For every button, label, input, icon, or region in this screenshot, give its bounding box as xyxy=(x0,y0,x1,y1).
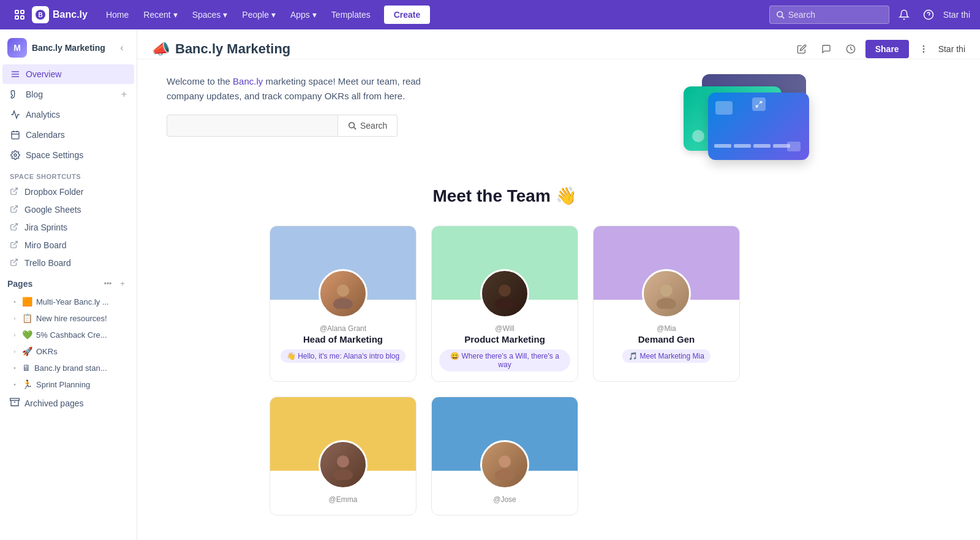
svg-point-26 xyxy=(923,46,924,47)
link-will[interactable]: 😄 Where there's a Will, there's a way xyxy=(439,349,570,371)
handle-emma: @Emma xyxy=(277,495,409,504)
sidebar-item-overview[interactable]: Overview xyxy=(2,64,134,84)
share-button[interactable]: Share xyxy=(865,40,909,58)
nav-home[interactable]: Home xyxy=(100,6,135,23)
role-will: Product Marketing xyxy=(439,334,570,344)
page-item-p6[interactable]: • 🏃 Sprint Planning xyxy=(2,376,134,392)
app-logo[interactable]: B Banc.ly xyxy=(32,6,88,23)
pages-add-btn[interactable]: + xyxy=(116,277,129,291)
nav-right-section: Search Star thi xyxy=(769,5,970,25)
svg-text:B: B xyxy=(38,12,42,18)
svg-rect-1 xyxy=(21,10,24,13)
star-this-label[interactable]: Star thi xyxy=(943,10,970,20)
pages-section-header: Pages ••• + xyxy=(0,272,137,293)
shortcut-jira[interactable]: Jira Sprints xyxy=(2,219,134,236)
welcome-paragraph: Welcome to the Banc.ly marketing space! … xyxy=(167,74,424,104)
card-chip xyxy=(715,101,733,115)
nav-recent[interactable]: Recent ▾ xyxy=(137,6,183,23)
archive-icon xyxy=(10,397,20,409)
page-search-input[interactable] xyxy=(167,115,338,137)
svg-point-33 xyxy=(337,284,349,297)
watch-icon[interactable] xyxy=(841,39,861,59)
external-link-icon-4 xyxy=(10,240,20,250)
page-item-p4[interactable]: › 🚀 OKRs xyxy=(2,343,134,359)
sidebar-item-space-settings[interactable]: Space Settings xyxy=(2,145,134,165)
sidebar-item-analytics[interactable]: Analytics xyxy=(2,105,134,124)
link-mia[interactable]: 🎵 Meet Marketing Mia xyxy=(622,349,710,363)
svg-point-36 xyxy=(495,298,514,309)
svg-line-20 xyxy=(13,224,17,227)
external-link-icon-2 xyxy=(10,205,20,215)
comment-icon[interactable] xyxy=(816,39,836,59)
svg-point-27 xyxy=(923,48,924,49)
page-chevron-p2: › xyxy=(10,313,20,323)
create-button[interactable]: Create xyxy=(384,6,431,24)
svg-point-41 xyxy=(499,455,511,468)
nav-apps[interactable]: Apps ▾ xyxy=(284,6,323,23)
shortcut-trello[interactable]: Trello Board xyxy=(2,254,134,272)
page-title-area: 📣 Banc.ly Marketing xyxy=(152,40,290,58)
page-search-button[interactable]: Search xyxy=(338,115,398,137)
sidebar-header: M Banc.ly Marketing ‹ xyxy=(0,29,137,64)
analytics-icon xyxy=(10,109,21,120)
team-card-alana: @Alana Grant Head of Marketing 👋 Hello, … xyxy=(270,226,417,382)
sidebar-collapse-button[interactable]: ‹ xyxy=(115,40,129,55)
team-grid-row1: @Alana Grant Head of Marketing 👋 Hello, … xyxy=(167,226,843,382)
workspace-logo: M xyxy=(7,38,27,58)
shortcut-dropbox[interactable]: Dropbox Folder xyxy=(2,183,134,200)
card-bg-emma xyxy=(270,397,416,471)
svg-line-7 xyxy=(782,17,784,19)
page-item-p2[interactable]: › 📋 New hire resources! xyxy=(2,310,134,326)
team-grid-row2: @Emma @Jose xyxy=(167,397,843,515)
team-card-jose: @Jose xyxy=(431,397,578,515)
welcome-section: Welcome to the Banc.ly marketing space! … xyxy=(167,74,843,166)
svg-rect-2 xyxy=(15,16,18,19)
link-alana[interactable]: 👋 Hello, it's me: Alana's intro blog xyxy=(281,349,405,363)
avatar-alana xyxy=(318,269,368,318)
archived-pages-item[interactable]: Archived pages xyxy=(2,393,134,413)
sidebar-item-blog[interactable]: Blog + xyxy=(2,85,134,104)
nav-links: Home Recent ▾ Spaces ▾ People ▾ Apps ▾ T… xyxy=(100,6,767,24)
page-chevron-p3: › xyxy=(10,330,20,340)
card-bg-mia xyxy=(594,226,739,300)
more-options-button[interactable] xyxy=(914,39,933,59)
page-item-p3[interactable]: › 💚 5% Cashback Cre... xyxy=(2,327,134,343)
svg-point-29 xyxy=(349,123,355,128)
sidebar: M Banc.ly Marketing ‹ Overview Blog + xyxy=(0,29,137,540)
nav-templates[interactable]: Templates xyxy=(325,6,377,23)
page-emoji: 📣 xyxy=(152,40,170,58)
card-bg-alana xyxy=(270,226,416,300)
svg-point-34 xyxy=(333,298,353,309)
global-search[interactable]: Search xyxy=(769,6,889,24)
svg-point-39 xyxy=(337,455,349,468)
blog-add-icon[interactable]: + xyxy=(121,89,127,100)
shortcuts-section-label: SPACE SHORTCUTS xyxy=(0,165,137,183)
team-card-mia: @Mia Demand Gen 🎵 Meet Marketing Mia xyxy=(593,226,740,382)
notifications-icon[interactable] xyxy=(894,5,914,25)
avatar-will xyxy=(480,269,529,318)
star-page-label[interactable]: Star thi xyxy=(938,44,965,54)
external-link-icon xyxy=(10,187,20,197)
pages-actions: ••• + xyxy=(101,277,129,291)
help-icon[interactable] xyxy=(919,5,938,25)
overview-icon xyxy=(10,69,21,80)
logo-icon: B xyxy=(32,6,49,23)
nav-spaces[interactable]: Spaces ▾ xyxy=(186,6,234,23)
sidebar-item-calendars[interactable]: Calendars xyxy=(2,125,134,145)
nav-people[interactable]: People ▾ xyxy=(236,6,282,23)
pages-more-btn[interactable]: ••• xyxy=(101,277,115,291)
page-body: Welcome to the Banc.ly marketing space! … xyxy=(137,59,872,530)
banc-ly-link[interactable]: Banc.ly xyxy=(233,76,263,86)
grid-icon[interactable] xyxy=(10,5,29,25)
shortcut-miro[interactable]: Miro Board xyxy=(2,237,134,254)
top-navigation: B Banc.ly Home Recent ▾ Spaces ▾ People … xyxy=(0,0,980,29)
svg-point-38 xyxy=(657,298,676,309)
edit-icon[interactable] xyxy=(792,39,812,59)
main-layout: M Banc.ly Marketing ‹ Overview Blog + xyxy=(0,29,980,540)
svg-rect-23 xyxy=(10,398,20,400)
page-item-p1[interactable]: • 🟧 Multi-Year Banc.ly ... xyxy=(2,294,134,310)
meet-team-title: Meet the Team 👋 xyxy=(167,186,843,206)
svg-point-42 xyxy=(495,469,514,480)
shortcut-gsheets[interactable]: Google Sheets xyxy=(2,201,134,218)
page-item-p5[interactable]: • 🖥 Banc.ly brand stan... xyxy=(2,360,134,376)
